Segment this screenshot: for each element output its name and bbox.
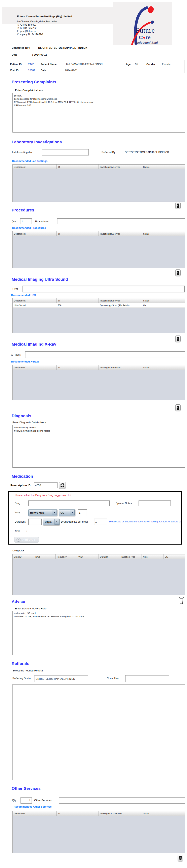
way-selected-value: Before Meal [30, 512, 44, 514]
column-header-id: ID [57, 231, 99, 236]
procedures-trash-button[interactable] [175, 270, 181, 276]
patient-id-label: Patient ID : [10, 63, 23, 66]
column-header-department: Department [13, 811, 57, 816]
column-header-department: Department [13, 298, 57, 303]
reffering-doctor-input[interactable] [34, 675, 88, 682]
trash-icon [177, 271, 180, 275]
logo-box: Future C♥re Body Mind Soul [113, 2, 172, 45]
diagnosis-label: Enter Diagnosis Details Here [12, 421, 46, 424]
way-select[interactable]: Before Meal ▼ [28, 509, 57, 516]
column-header-investigation: Investigation/Service [99, 298, 142, 303]
prescription-id-label: Prescription ID : [10, 484, 32, 487]
section-title-refferals: Refferals [12, 661, 29, 666]
procedures-table: Department ID Investigation/Service Stat… [12, 231, 185, 268]
column-header-id: ID [57, 811, 99, 816]
frequency-qty-input[interactable] [78, 509, 87, 516]
drug-colon: : [26, 502, 27, 505]
prescription-id-input[interactable] [34, 482, 58, 488]
consult-date-value: : 2024-09-11 [32, 53, 47, 56]
diagnosis-textarea[interactable]: Iron deficiency anemia r/o DUB, Symptoma… [12, 425, 185, 468]
trash-icon [179, 856, 182, 860]
address-line: T: +24 84 225 252 [17, 27, 36, 29]
gender-value: Female [162, 63, 171, 66]
add-drug-label: Add Drug [22, 538, 35, 541]
address-line: T: +24 82 593 593 [17, 23, 36, 26]
address-line: E: jude@future.sc [17, 30, 36, 33]
recommended-uss-link[interactable]: Recommended USS [11, 293, 36, 297]
recommended-other-services-link[interactable]: Recommended Other Services [14, 805, 52, 808]
section-title-other-services: Other Services [12, 786, 41, 791]
recommended-lab-testings-link[interactable]: Recommended Lab Testings [12, 159, 47, 162]
heart-icon: ♥ [143, 35, 146, 40]
drug-list-label: Drug List [12, 549, 24, 552]
title-underline [17, 19, 99, 19]
advice-textarea[interactable]: review with USS result counseled on diet… [12, 611, 185, 655]
section-title-ultrasound: Medical Imaging Ultra Sound [12, 277, 68, 282]
drug-label: Drug [15, 502, 20, 505]
duration-type-select[interactable]: Day/s ▼ [43, 519, 60, 525]
cell-department: Ultra Sound [13, 303, 57, 308]
procedures-qty-input[interactable] [20, 218, 32, 224]
frequency-selected-value: OD [61, 512, 64, 514]
recommended-xrays-link[interactable]: Recommended X-Rays [11, 360, 39, 363]
column-header-id: ID [57, 164, 99, 169]
other-qty-input[interactable] [21, 797, 32, 804]
other-services-label: Other Services : [34, 799, 53, 802]
drug-input[interactable] [28, 500, 110, 506]
column-header-investigation: Investigation / Service [99, 811, 142, 816]
column-header-status: Status [142, 164, 185, 169]
procedures-input[interactable] [57, 218, 185, 224]
trash-icon [177, 406, 180, 410]
logo-word-future: Future [136, 27, 155, 34]
lab-investigation-input[interactable] [42, 149, 89, 155]
column-header-department: Department [13, 231, 57, 236]
column-header-id: ID [57, 298, 99, 303]
section-title-advice: Advice [12, 599, 25, 604]
patient-id-value: 7942 [28, 63, 34, 66]
special-notes-input[interactable] [139, 500, 171, 506]
trash-outline-icon [179, 596, 184, 604]
lab-trash-button[interactable] [175, 202, 181, 209]
trash-icon [177, 337, 180, 341]
xray-trash-button[interactable] [175, 404, 181, 411]
consultant-input[interactable] [125, 675, 169, 682]
consultation-page: Future C♥re Body Mind Soul Future Care b… [0, 0, 187, 868]
duration-input[interactable] [28, 519, 42, 525]
xray-input[interactable] [25, 351, 185, 358]
column-header-department: Department [13, 365, 57, 370]
uss-trash-button[interactable] [175, 336, 181, 342]
column-header-qty: Qty [163, 554, 185, 559]
uss-input[interactable] [23, 286, 185, 292]
advice-label: Enter Doctor's Advice Here [15, 607, 46, 610]
column-header-duration: Duration [99, 554, 120, 559]
section-title-procedures: Procedures [12, 208, 34, 213]
refresh-prescription-button[interactable] [59, 482, 66, 489]
uss-table-row[interactable]: Ultra Sound 786 Gynecology Scan ( EV Pel… [13, 303, 185, 308]
consultant-label: Consultant [107, 677, 119, 680]
visit-date-value: : 2024-09-11 [64, 69, 78, 72]
logo-word-care: C♥re [139, 34, 151, 41]
recommended-procedures-link[interactable]: Recommended Procedures [12, 226, 46, 229]
frequency-select[interactable]: OD ▼ [59, 509, 75, 516]
column-header-status: Status [142, 298, 185, 303]
advice-trash-button[interactable] [178, 596, 185, 604]
per-meal-input[interactable] [94, 519, 107, 525]
cell-investigation: Gynecology Scan ( EV Pelvis) [99, 303, 142, 308]
other-services-trash-button[interactable] [178, 855, 183, 861]
column-header-investigation: Investigation/Service [99, 164, 142, 169]
refferals-list-box[interactable] [12, 684, 185, 780]
consult-date-label: Date [12, 53, 17, 56]
drug-list-table-body [13, 559, 185, 595]
uss-table: Department ID Investigation/Service Stat… [12, 298, 185, 333]
other-qty-label: Qty : [12, 799, 17, 802]
complaints-textarea[interactable]: pt seen, being assessed for Dizzinessand… [12, 93, 185, 132]
column-header-investigation: Investigation/Service [99, 365, 142, 370]
procedures-qty-label: Qty : [12, 220, 17, 223]
drug-list-table: Drug ID Drug Fequency Way Duration Durat… [12, 554, 185, 595]
per-meal-label: Drugs/Tablets per meal : [61, 520, 89, 523]
address-line: Company No.8417652-2 [17, 33, 43, 36]
visit-date-label: Date [41, 69, 46, 72]
column-header-duration-type: Duration Type [120, 554, 142, 559]
other-services-input[interactable] [59, 797, 185, 804]
add-drug-button[interactable]: + Add Drug [14, 537, 39, 543]
